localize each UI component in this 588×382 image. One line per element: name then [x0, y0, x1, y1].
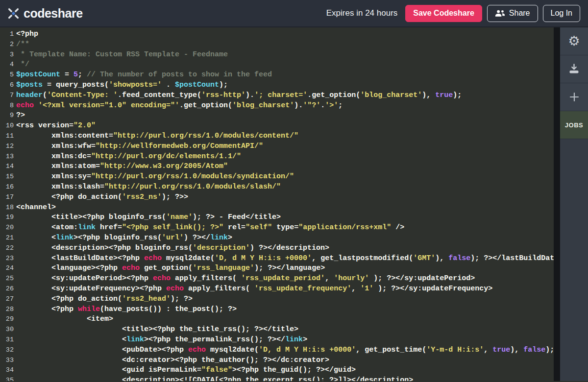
line-number: 17 [0, 192, 14, 203]
line-number: 31 [0, 335, 14, 345]
code-line[interactable]: 16 xmlns:slash="http://purl.org/rss/1.0/… [0, 182, 554, 192]
download-button[interactable] [560, 55, 588, 83]
line-number: 19 [0, 213, 14, 223]
people-icon [495, 10, 505, 17]
code-text: <?php do_action('rss2_ns'); ?>> [16, 192, 188, 203]
share-button[interactable]: Share [487, 5, 538, 22]
code-line[interactable]: 8echo '<?xml version="1.0" encoding="'.g… [0, 101, 554, 111]
line-number: 9 [0, 111, 14, 121]
download-icon [568, 63, 580, 75]
line-number: 30 [0, 325, 14, 335]
code-line[interactable]: 19 <title><?php bloginfo_rss('name'); ?>… [0, 213, 554, 223]
login-button[interactable]: Log In [543, 5, 580, 22]
code-line[interactable]: 30 <title><?php the_title_rss(); ?></tit… [0, 325, 554, 335]
logo-text: codeshare [24, 6, 83, 21]
code-text: <description><![CDATA[<?php the_excerpt_… [16, 376, 413, 381]
code-line[interactable]: 12 xmlns:wfw="http://wellformedweb.org/C… [0, 142, 554, 152]
code-line[interactable]: 4 */ [0, 60, 554, 70]
jobs-button[interactable]: JOBS [560, 111, 588, 139]
code-text: <language><?php echo get_option('rss_lan… [16, 263, 325, 274]
code-editor[interactable]: 1<?php2/**3 * Template Name: Custom RSS … [0, 27, 554, 381]
code-text: xmlns:content="http://purl.org/rss/1.0/m… [16, 131, 298, 142]
code-line[interactable]: 18<channel> [0, 203, 554, 213]
code-text: /** [16, 40, 29, 50]
navbar-actions: Expires in 24 hours Save Codeshare Share… [326, 5, 580, 22]
jobs-button-label: JOBS [565, 121, 583, 129]
code-text: <sy:updatePeriod><?php echo apply_filter… [16, 274, 475, 284]
settings-button[interactable]: ⚙ [560, 27, 588, 55]
line-number: 13 [0, 152, 14, 162]
code-text: $posts = query_posts('showposts=' . $pos… [16, 80, 228, 91]
logo-x-crosshair-icon [7, 7, 20, 20]
code-text: <atom:link href="<?php self_link(); ?>" … [16, 223, 404, 233]
code-line[interactable]: 28 <?php while(have_posts()) : the_post(… [0, 305, 554, 315]
line-number: 20 [0, 223, 14, 233]
line-number: 26 [0, 284, 14, 294]
line-number: 25 [0, 274, 14, 284]
code-line[interactable]: 15 xmlns:sy="http://purl.org/rss/1.0/mod… [0, 172, 554, 182]
line-number: 28 [0, 305, 14, 315]
navbar: codeshare Expires in 24 hours Save Codes… [0, 0, 588, 27]
code-line[interactable]: 3 * Template Name: Custom RSS Template -… [0, 50, 554, 60]
code-line[interactable]: 11 xmlns:content="http://purl.org/rss/1.… [0, 131, 554, 142]
code-line[interactable]: 23 <lastBuildDate><?php echo mysql2date(… [0, 254, 554, 264]
code-line[interactable]: 5$postCount = 5; // The number of posts … [0, 70, 554, 80]
code-line[interactable]: 21 <link><?php bloginfo_rss('url') ?></l… [0, 233, 554, 243]
line-number: 7 [0, 91, 14, 101]
code-line[interactable]: 29 <item> [0, 314, 554, 325]
code-line[interactable]: 1<?php [0, 29, 554, 40]
code-line[interactable]: 34 <guid isPermaLink="false"><?php the_g… [0, 365, 554, 376]
code-line[interactable]: 10<rss version="2.0" [0, 121, 554, 131]
code-line[interactable]: 31 <link><?php the_permalink_rss(); ?></… [0, 335, 554, 345]
code-line[interactable]: 26 <sy:updateFrequency><?php echo apply_… [0, 284, 554, 294]
code-text: <pubDate><?php echo mysql2date('D, d M Y… [16, 345, 554, 356]
code-line[interactable]: 35 <description><![CDATA[<?php the_excer… [0, 376, 554, 381]
code-text: xmlns:atom="http://www.w3.org/2005/Atom" [16, 162, 228, 172]
code-line[interactable]: 25 <sy:updatePeriod><?php echo apply_fil… [0, 274, 554, 284]
line-number: 29 [0, 314, 14, 325]
line-number: 22 [0, 243, 14, 254]
code-line[interactable]: 7header('Content-Type: '.feed_content_ty… [0, 91, 554, 101]
code-line[interactable]: 6$posts = query_posts('showposts=' . $po… [0, 80, 554, 91]
code-line[interactable]: 20 <atom:link href="<?php self_link(); ?… [0, 223, 554, 233]
code-text: <title><?php bloginfo_rss('name'); ?> - … [16, 213, 281, 223]
line-number: 8 [0, 101, 14, 111]
line-number: 5 [0, 70, 14, 80]
code-text: header('Content-Type: '.feed_content_typ… [16, 91, 462, 101]
code-text: <channel> [16, 203, 56, 213]
code-line[interactable]: 32 <pubDate><?php echo mysql2date('D, d … [0, 345, 554, 356]
code-line[interactable]: 13 xmlns:dc="http://purl.org/dc/elements… [0, 152, 554, 162]
code-text: <dc:creator><?php the_author(); ?></dc:c… [16, 356, 329, 366]
code-text: ?> [16, 111, 25, 121]
code-text: <?php while(have_posts()) : the_post(); … [16, 305, 237, 315]
line-number: 32 [0, 345, 14, 356]
main-area: 1<?php2/**3 * Template Name: Custom RSS … [0, 27, 588, 381]
code-text: <link><?php bloginfo_rss('url') ?></link… [16, 233, 232, 243]
code-text: <guid isPermaLink="false"><?php the_guid… [16, 365, 356, 376]
line-number: 35 [0, 376, 14, 381]
editor-scrollbar[interactable] [554, 27, 560, 381]
code-line[interactable]: 27 <?php do_action('rss2_head'); ?> [0, 294, 554, 305]
save-codeshare-button[interactable]: Save Codeshare [405, 5, 482, 22]
sidebar-filler [560, 139, 588, 381]
line-number: 18 [0, 203, 14, 213]
code-line[interactable]: 17 <?php do_action('rss2_ns'); ?>> [0, 192, 554, 203]
new-codeshare-button[interactable] [560, 83, 588, 111]
code-text: */ [16, 60, 29, 70]
code-line[interactable]: 2/** [0, 40, 554, 50]
code-text: xmlns:slash="http://purl.org/rss/1.0/mod… [16, 182, 281, 192]
line-number: 1 [0, 29, 14, 40]
code-line[interactable]: 24 <language><?php echo get_option('rss_… [0, 263, 554, 274]
code-line[interactable]: 33 <dc:creator><?php the_author(); ?></d… [0, 356, 554, 366]
line-number: 6 [0, 80, 14, 91]
line-number: 24 [0, 263, 14, 274]
code-line[interactable]: 9?> [0, 111, 554, 121]
code-text: $postCount = 5; // The number of posts t… [16, 70, 272, 80]
code-text: <description><?php bloginfo_rss('descrip… [16, 243, 329, 254]
line-number: 4 [0, 60, 14, 70]
plus-icon [568, 91, 580, 103]
code-lines: 1<?php2/**3 * Template Name: Custom RSS … [0, 29, 554, 381]
code-line[interactable]: 14 xmlns:atom="http://www.w3.org/2005/At… [0, 162, 554, 172]
codeshare-logo[interactable]: codeshare [7, 6, 83, 21]
code-line[interactable]: 22 <description><?php bloginfo_rss('desc… [0, 243, 554, 254]
